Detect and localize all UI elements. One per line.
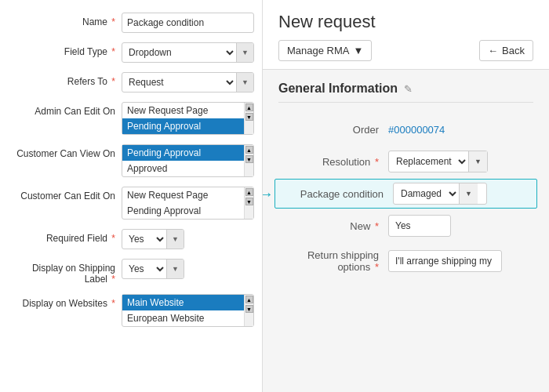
scroll-up-btn[interactable]: ▲	[245, 188, 253, 196]
scroll-down-btn[interactable]: ▼	[245, 155, 253, 163]
back-button[interactable]: ← Back	[479, 40, 533, 61]
package-condition-chevron-icon: ▼	[459, 183, 478, 204]
refers-to-control: Request Item ▼	[122, 72, 254, 93]
refers-to-chevron-icon: ▼	[236, 73, 253, 92]
package-condition-select[interactable]: Damaged Good Fair	[394, 183, 459, 204]
required-star: *	[111, 298, 115, 309]
list-item[interactable]: Approved	[122, 161, 244, 176]
required-star: *	[111, 16, 115, 27]
right-content: General Information ✎ Order #000000074 R…	[263, 70, 549, 291]
manage-rma-label: Manage RMA	[287, 45, 349, 56]
scroll-down-btn[interactable]: ▼	[245, 113, 253, 121]
scrollbar: ▲ ▼	[244, 295, 253, 326]
refers-to-row: Refers To * Request Item ▼	[0, 67, 262, 97]
customer-view-multiselect[interactable]: Pending Approval Approved ▲ ▼	[122, 144, 254, 177]
manage-rma-button[interactable]: Manage RMA ▼	[278, 40, 372, 61]
new-row: New *	[278, 209, 533, 243]
list-item[interactable]: European Website	[122, 310, 244, 326]
new-input[interactable]	[388, 215, 451, 237]
admin-edit-row: Admin Can Edit On New Request Page Pendi…	[0, 97, 262, 140]
list-item[interactable]: New Request Page	[122, 187, 244, 203]
customer-view-row: Customer Can View On Pending Approval Ap…	[0, 140, 262, 182]
required-star: *	[375, 156, 379, 168]
list-item[interactable]: Pending Approval	[122, 118, 244, 134]
required-field-select[interactable]: Yes No	[122, 230, 166, 249]
scroll-up-btn[interactable]: ▲	[245, 296, 253, 303]
field-type-control: Dropdown Text Number ▼	[122, 42, 254, 63]
customer-edit-label: Customer Can Edit On	[8, 187, 122, 201]
return-shipping-input[interactable]	[388, 250, 502, 272]
customer-view-list: Pending Approval Approved	[122, 145, 244, 176]
required-star: *	[111, 274, 115, 285]
refers-to-label: Refers To *	[8, 72, 122, 87]
scroll-down-btn[interactable]: ▼	[245, 198, 253, 205]
list-item[interactable]: Main Website	[122, 295, 244, 310]
name-control	[122, 13, 254, 33]
websites-multiselect[interactable]: Main Website European Website ▲ ▼	[122, 294, 254, 327]
resolution-select[interactable]: Replacement Refund Exchange	[389, 151, 468, 172]
field-type-select-wrapper[interactable]: Dropdown Text Number ▼	[122, 42, 254, 63]
package-condition-label: Package condition	[283, 188, 393, 200]
shipping-label-label: Display on Shipping Label *	[8, 259, 122, 285]
scrollbar: ▲ ▼	[244, 145, 253, 176]
order-value[interactable]: #000000074	[388, 124, 445, 136]
refers-to-select[interactable]: Request Item	[122, 73, 236, 92]
list-item[interactable]: Pending Approval	[122, 203, 244, 219]
package-condition-row: → Package condition Damaged Good Fair ▼	[274, 179, 537, 209]
name-input[interactable]	[122, 13, 254, 33]
back-label: Back	[502, 45, 525, 56]
customer-view-label: Customer Can View On	[8, 144, 122, 159]
required-field-chevron-icon: ▼	[166, 230, 184, 249]
section-title: General Information	[278, 82, 398, 96]
required-field-row: Required Field * Yes No ▼	[0, 224, 262, 254]
customer-edit-multiselect[interactable]: New Request Page Pending Approval ▲ ▼	[122, 187, 254, 220]
scroll-up-btn[interactable]: ▲	[245, 103, 253, 111]
admin-edit-control: New Request Page Pending Approval ▲ ▼	[122, 102, 254, 135]
required-field-select-wrapper[interactable]: Yes No ▼	[122, 229, 184, 249]
name-row: Name *	[0, 8, 262, 38]
left-panel: Name * Field Type * Dropdown Text Number…	[0, 0, 263, 392]
required-field-control: Yes No ▼	[122, 229, 254, 249]
websites-control: Main Website European Website ▲ ▼	[122, 294, 254, 327]
right-header: New request Manage RMA ▼ ← Back	[263, 0, 549, 70]
section-header: General Information ✎	[278, 82, 533, 103]
resolution-select-wrapper[interactable]: Replacement Refund Exchange ▼	[388, 151, 488, 172]
order-row: Order #000000074	[278, 114, 533, 144]
customer-edit-row: Customer Can Edit On New Request Page Pe…	[0, 182, 262, 224]
shipping-label-row: Display on Shipping Label * Yes No ▼	[0, 254, 262, 289]
field-type-row: Field Type * Dropdown Text Number ▼	[0, 38, 262, 67]
shipping-label-select[interactable]: Yes No	[122, 260, 166, 278]
resolution-row: Resolution * Replacement Refund Exchange…	[278, 144, 533, 179]
manage-rma-chevron-icon: ▼	[353, 45, 363, 56]
shipping-label-control: Yes No ▼	[122, 259, 254, 279]
required-field-label: Required Field *	[8, 229, 122, 244]
admin-edit-multiselect[interactable]: New Request Page Pending Approval ▲ ▼	[122, 102, 254, 135]
page-title: New request	[278, 12, 533, 32]
scrollbar: ▲ ▼	[244, 187, 253, 219]
refers-to-select-wrapper[interactable]: Request Item ▼	[122, 72, 254, 93]
name-label: Name *	[8, 13, 122, 27]
admin-edit-label: Admin Can Edit On	[8, 102, 122, 117]
right-panel: New request Manage RMA ▼ ← Back General …	[263, 0, 549, 392]
customer-edit-list: New Request Page Pending Approval	[122, 187, 244, 219]
back-arrow-icon: ←	[488, 45, 498, 56]
toolbar: Manage RMA ▼ ← Back	[278, 40, 533, 61]
edit-icon[interactable]: ✎	[404, 83, 413, 95]
list-item[interactable]: Pending Approval	[122, 145, 244, 161]
resolution-label: Resolution *	[278, 156, 388, 168]
return-shipping-row: Return shipping options *	[278, 243, 533, 279]
package-condition-select-wrapper[interactable]: Damaged Good Fair ▼	[393, 183, 487, 205]
scroll-down-btn[interactable]: ▼	[245, 305, 253, 313]
list-item[interactable]: New Request Page	[122, 103, 244, 118]
customer-view-control: Pending Approval Approved ▲ ▼	[122, 144, 254, 177]
field-type-select[interactable]: Dropdown Text Number	[122, 43, 236, 62]
required-star: *	[111, 46, 115, 57]
scroll-up-btn[interactable]: ▲	[245, 146, 253, 154]
scrollbar: ▲ ▼	[244, 103, 253, 134]
order-label: Order	[278, 124, 388, 136]
required-star: *	[111, 233, 115, 244]
shipping-label-select-wrapper[interactable]: Yes No ▼	[122, 259, 184, 279]
required-star: *	[375, 220, 379, 232]
return-shipping-label: Return shipping options *	[278, 249, 388, 273]
required-star: *	[375, 261, 379, 273]
